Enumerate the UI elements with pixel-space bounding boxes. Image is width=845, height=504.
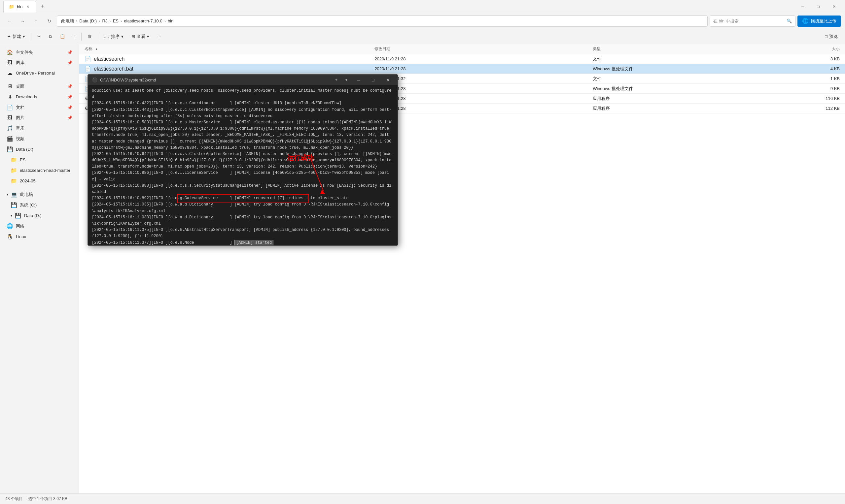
share-icon: ↑ [73,34,75,39]
cmd-window[interactable]: ⚫ C:\WINDOWS\system32\cmd + ▾ ─ □ ✕ oduc… [87,74,398,246]
search-box[interactable]: 在 bin 中搜索 🔍 [710,16,795,27]
pin-icon: 📌 [67,84,72,89]
items-count: 43 个项目 [5,496,23,502]
sidebar-item-label: elasticsearch-head-master [20,168,70,173]
sidebar-item-thispc[interactable]: ▾ 💻 此电脑 [1,189,77,200]
breadcrumb[interactable]: 此电脑 › Data (D:) › RJ › ES › elasticsearc… [57,16,708,27]
file-date: 2020/11/9 21:28 [375,86,590,91]
new-chevron-icon: ▾ [23,34,25,39]
title-bar: 📁 bin ✕ + ─ □ ✕ [0,0,845,13]
paste-icon: 📋 [60,34,65,39]
sidebar-item-network[interactable]: 🌐 网络 [1,221,77,231]
sidebar-item-home[interactable]: 🏠 主文件夹 📌 [1,47,77,57]
cmd-line: [2024-05-15T15:16:11,035][INFO ][o.w.a.d… [92,201,394,214]
sidebar-item-desktop[interactable]: 🖥 桌面 📌 [1,82,77,91]
sidebar-item-label: 此电脑 [20,192,33,198]
more-button[interactable]: ··· [154,32,164,41]
file-date: 2020/11/9 21:28 [375,106,590,111]
up-button[interactable]: ↑ [30,16,41,27]
cut-icon: ✂ [37,34,41,39]
cmd-line: [2024-05-15T15:16:10,892][INFO ][o.e.g.G… [92,195,394,201]
minimize-button[interactable]: ─ [795,1,810,13]
breadcrumb-segment[interactable]: Data (D:) [79,18,97,23]
breadcrumb-separator: › [165,18,166,23]
window-controls: ─ □ ✕ [795,1,842,13]
sidebar-item-videos[interactable]: 🎬 视频 [1,133,77,144]
breadcrumb-segment[interactable]: elasticsearch-7.10.0 [124,18,162,23]
drive-icon: 💾 [11,202,17,208]
sidebar-item-documents[interactable]: 📄 文档 📌 [1,102,77,112]
sidebar-item-datad2[interactable]: ▾ 💾 Data (D:) [1,211,77,221]
tab-close-button[interactable]: ✕ [25,4,30,9]
forward-button[interactable]: → [17,16,29,27]
file-size: 4 KB [739,66,840,71]
sidebar-item-es[interactable]: 📁 ES [1,155,77,165]
maximize-button[interactable]: □ [811,1,826,13]
cmd-close-button[interactable]: ✕ [382,75,394,85]
cmd-new-tab-button[interactable]: + [332,77,340,83]
sidebar-item-label: Downloads [16,94,37,99]
copy-button[interactable]: ⧉ [46,32,55,41]
desktop-icon: 🖥 [6,84,13,89]
new-tab-button[interactable]: + [37,1,48,12]
file-name: elasticsearch.bat [94,66,133,72]
cmd-line: oduction use; at least one of [discovery… [92,88,394,100]
cmd-maximize-button[interactable]: □ [367,75,379,85]
refresh-button[interactable]: ↻ [44,16,55,27]
sidebar-item-elastic-head[interactable]: 📁 elasticsearch-head-master [1,165,77,176]
breadcrumb-segment[interactable]: 此电脑 [61,18,74,24]
upload-button[interactable]: 🌐 拖拽至此上传 [797,16,841,27]
file-icon: 📄 [85,56,91,62]
view-button[interactable]: ⊞ 查看 ▾ [128,32,153,41]
cut-button[interactable]: ✂ [34,32,44,41]
sidebar-item-datad[interactable]: 💾 Data (D:) [1,144,77,155]
breadcrumb-segment[interactable]: RJ [102,18,107,23]
breadcrumb-segment[interactable]: bin [168,18,173,23]
view-icon: ⊞ [132,34,135,39]
col-name-header[interactable]: 名称 ▲ [85,46,372,52]
pin-icon: 📌 [67,60,72,65]
sidebar-item-2024[interactable]: 📁 2024-05 [1,176,77,186]
network-icon: 🌐 [6,223,13,229]
cmd-minimize-button[interactable]: ─ [353,75,365,85]
breadcrumb-separator: › [76,18,77,23]
delete-button[interactable]: 🗑 [84,32,95,41]
paste-button[interactable]: 📋 [56,32,68,41]
preview-button[interactable]: □ 预览 [822,32,841,41]
file-date: 2020/11/9 21:28 [375,96,590,101]
cmd-dropdown-button[interactable]: ▾ [343,77,350,83]
sort-button[interactable]: ↕ ↕ 排序 ▾ [101,32,127,41]
col-size-header[interactable]: 大小 [739,46,840,52]
sidebar-item-label: 桌面 [16,84,24,89]
cmd-line: [2024-05-15T15:16:11,377][INFO ][o.e.n.N… [92,240,394,246]
sidebar-item-downloads[interactable]: ⬇ Downloads 📌 [1,92,77,102]
share-button[interactable]: ↑ [70,32,79,41]
table-row[interactable]: 📄 elasticsearch.bat 2020/11/9 21:28 Wind… [79,64,845,74]
new-label: 新建 [13,34,21,40]
sidebar-item-photos[interactable]: 🖼 图库 📌 [1,58,77,68]
cmd-icon: ⚫ [92,77,98,83]
sidebar-item-onedrive[interactable]: ☁ OneDrive - Personal [1,68,77,78]
cmd-line: [2024-05-15T15:16:10,886][INFO ][o.e.l.L… [92,170,394,182]
breadcrumb-segment[interactable]: ES [113,18,119,23]
pin-icon: 📌 [67,115,72,120]
file-date: 2020/11/9 21:28 [375,66,590,71]
col-date-header[interactable]: 修改日期 [375,46,590,52]
toolbar-divider [81,33,82,40]
table-row[interactable]: 📄 elasticsearch 2020/11/9 21:28 文件 3 KB [79,54,845,64]
file-icon: 📄 [85,66,91,72]
sort-arrow-icon: ▲ [95,47,98,51]
file-type: 文件 [593,76,736,82]
sidebar-item-linux[interactable]: 🐧 Linux [1,232,77,242]
sidebar-item-music[interactable]: 🎵 音乐 [1,123,77,133]
file-size: 116 KB [739,96,840,101]
back-button[interactable]: ← [4,16,15,27]
new-button[interactable]: ✦ 新建 ▾ [4,32,29,41]
file-type: 文件 [593,56,736,62]
title-tab[interactable]: 📁 bin ✕ [3,1,36,13]
sidebar-item-sysc[interactable]: 💾 系统 (C:) [1,200,77,210]
close-button[interactable]: ✕ [827,1,842,13]
col-type-header[interactable]: 类型 [593,46,736,52]
selected-info: 选中 1 个项目 3.07 KB [28,496,67,502]
sidebar-item-pictures[interactable]: 🖼 图片 📌 [1,113,77,123]
